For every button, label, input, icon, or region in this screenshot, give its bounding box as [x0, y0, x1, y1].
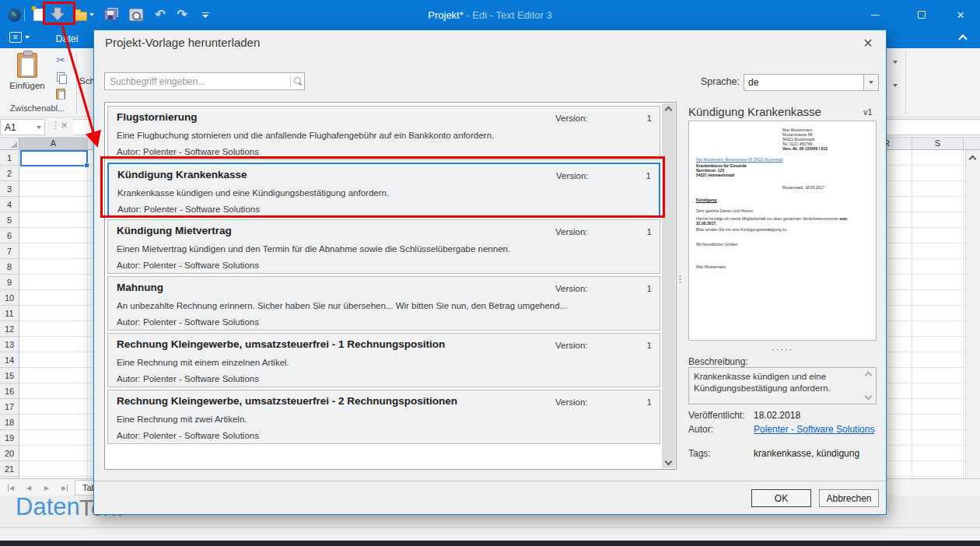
preview-sender-line: Vers.-Nr. 69 123456 I 013 — [782, 146, 828, 151]
tags-label: Tags: — [688, 448, 711, 459]
minimize-icon — [871, 15, 880, 16]
column-header-a[interactable]: A — [19, 138, 88, 149]
column-header-s[interactable]: S — [912, 138, 964, 149]
version-value: 1 — [647, 227, 652, 236]
row-header[interactable]: 6 — [0, 228, 19, 243]
font-group-partial-label: Sch — [79, 76, 95, 86]
print-preview-button[interactable] — [127, 6, 145, 23]
row-header[interactable]: 1 — [0, 150, 19, 166]
copy-button[interactable] — [51, 68, 70, 86]
active-cell-a1[interactable] — [20, 150, 88, 166]
template-item-rechnung-1[interactable]: Rechnung Kleingewerbe, umsatzsteuerfrei … — [107, 333, 660, 387]
author-link[interactable]: Polenter - Software Solutions — [754, 424, 874, 435]
cancel-entry-button[interactable]: ✕ — [61, 121, 68, 131]
last-sheet-button[interactable]: ▶ — [56, 481, 73, 495]
row-header[interactable]: 7 — [0, 243, 19, 259]
dialog-title: Projekt-Vorlage herunterladen — [105, 36, 260, 49]
description-box[interactable]: Krankenkasse kündigen und eine Kündigung… — [688, 367, 877, 404]
vertical-scrollbar[interactable] — [965, 150, 980, 478]
previous-sheet-button[interactable]: ◀ — [20, 481, 37, 495]
paste-label: Einfügen — [9, 81, 44, 90]
next-sheet-button[interactable]: ▶ — [38, 481, 55, 495]
maximize-button[interactable] — [904, 0, 940, 30]
template-item-rechnung-2[interactable]: Rechnung Kleingewerbe, umsatzsteuerfrei … — [107, 390, 660, 444]
minimize-button[interactable] — [857, 0, 893, 30]
select-all-corner[interactable] — [0, 138, 19, 149]
template-item-kuendigung-mietvertrag[interactable]: Kündigung Mietvertrag Version: 1 Einen M… — [107, 219, 660, 274]
row-header[interactable]: 4 — [0, 197, 19, 212]
gridline — [87, 150, 88, 478]
detail-version-badge: v1 — [863, 107, 873, 117]
row-header[interactable]: 5 — [0, 212, 19, 228]
scroll-down-icon — [665, 458, 673, 466]
preview-salutation: Sehr geehrte Damen und Herren, — [696, 208, 754, 213]
tab-datei[interactable]: Datei — [45, 30, 89, 48]
row-header[interactable]: 14 — [0, 352, 19, 368]
ribbon-group-separator — [905, 51, 906, 114]
cell-name-box[interactable]: A1 — [0, 119, 45, 135]
app-logo-icon: ✎ — [5, 6, 23, 23]
search-icon[interactable] — [290, 76, 301, 87]
scroll-up-icon — [665, 107, 673, 114]
save-all-button[interactable] — [101, 6, 120, 23]
close-window-button[interactable]: ✕ — [943, 0, 978, 30]
row-header[interactable]: 9 — [0, 275, 19, 290]
row-header[interactable]: 11 — [0, 306, 19, 321]
first-sheet-button[interactable]: ◀ — [2, 481, 19, 495]
collapse-ribbon-button[interactable] — [955, 33, 971, 45]
dialog-close-button[interactable]: ✕ — [859, 34, 877, 51]
row-header[interactable]: 15 — [0, 368, 19, 383]
close-icon: ✕ — [957, 9, 965, 21]
description-label: Beschreibung: — [688, 356, 748, 367]
row-header[interactable]: 18 — [0, 415, 19, 430]
mode-tab-daten[interactable]: Daten — [16, 493, 80, 521]
row-header[interactable]: 3 — [0, 181, 19, 197]
template-item-flugstornierung[interactable]: Flugstornierung Version: 1 Eine Flugbuch… — [107, 106, 660, 160]
gridline — [912, 150, 912, 478]
cancel-button[interactable]: Abbrechen — [819, 489, 879, 507]
row-header[interactable]: 12 — [0, 321, 19, 337]
search-input[interactable] — [105, 76, 290, 87]
status-bar — [0, 527, 980, 541]
template-item-mahnung[interactable]: Mahnung Version: 1 An unbezahlte Rechnun… — [107, 276, 660, 331]
row-header[interactable]: 10 — [0, 290, 19, 306]
row-header[interactable]: 20 — [0, 446, 19, 461]
ribbon-group-separator — [76, 51, 77, 114]
row-header[interactable]: 19 — [0, 430, 19, 446]
cut-button[interactable]: ✂ — [51, 51, 70, 68]
version-label: Version: — [555, 227, 588, 236]
menu-icon: ≡ — [9, 32, 22, 43]
row-header[interactable]: 8 — [0, 259, 19, 275]
template-description: Einen Mietvertrag kündigen und den Termi… — [117, 244, 510, 254]
preview-pager-dots[interactable]: ····· — [688, 345, 877, 354]
preview-body-line: Bitte senden Sie mir eine Kündigungsbest… — [696, 227, 787, 232]
preview-body-paragraph: Hiermit kündige ich meine Mitgliedschaft… — [696, 216, 859, 226]
row-header[interactable]: 21 — [0, 461, 19, 477]
splitter-grip-icon[interactable]: ⋮ — [675, 276, 681, 282]
language-select[interactable]: de — [744, 74, 879, 91]
preview-signature: Max Mustermann — [696, 264, 726, 269]
paste-button[interactable]: Einfügen — [6, 51, 48, 105]
open-file-dropdown[interactable] — [87, 6, 96, 23]
detail-title: Kündigung Krankenkasse — [688, 105, 821, 118]
last-icon: ▶ — [61, 485, 68, 492]
scissors-icon: ✂ — [56, 54, 65, 66]
undo-button[interactable]: ↶ — [151, 6, 170, 23]
row-header[interactable]: 13 — [0, 337, 19, 352]
row-header[interactable]: 17 — [0, 399, 19, 415]
ok-button[interactable]: OK — [751, 489, 811, 507]
document-name: Projekt* — [428, 9, 464, 21]
previous-icon: ◀ — [26, 485, 31, 492]
row-header[interactable]: 16 — [0, 383, 19, 399]
ribbon-dropdown-button[interactable] — [890, 58, 901, 67]
author-label: Autor: — [117, 147, 141, 156]
ribbon-dropdown-button[interactable] — [890, 81, 901, 90]
author-value: Polenter - Software Solutions — [143, 261, 259, 270]
paste-special-button[interactable] — [51, 86, 70, 103]
customize-toolbar-button[interactable] — [196, 6, 215, 23]
row-header[interactable]: 2 — [0, 166, 19, 181]
language-dropdown-button[interactable] — [863, 75, 878, 90]
download-template-dialog: Projekt-Vorlage herunterladen ✕ Sprache:… — [93, 30, 887, 515]
redo-button[interactable]: ↷ — [173, 6, 191, 23]
ribbon-menu-button[interactable]: ≡ — [9, 32, 30, 43]
